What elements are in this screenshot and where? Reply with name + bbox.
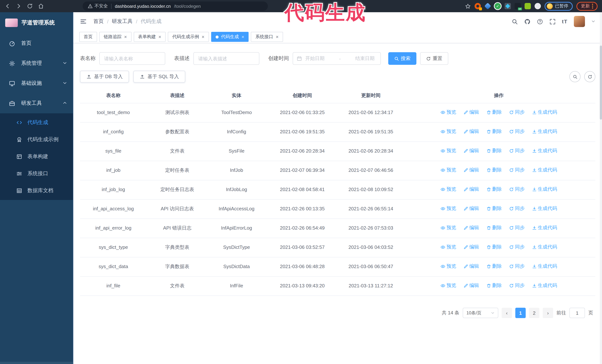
search-button[interactable]: 搜索 (388, 52, 416, 65)
extension-icon[interactable] (505, 3, 511, 9)
page-button-1[interactable]: 1 (515, 308, 526, 318)
reset-button[interactable]: 重置 (420, 52, 448, 65)
address-bar[interactable]: 不安全 dashboard.yudao.iocoder.cn/tool/code… (83, 1, 268, 11)
delete-link[interactable]: 删除 (486, 185, 502, 193)
delete-link[interactable]: 删除 (486, 281, 502, 290)
preview-link[interactable]: 预览 (441, 243, 456, 251)
bookmark-star-icon[interactable] (465, 3, 471, 9)
search-icon[interactable] (512, 18, 518, 25)
edit-link[interactable]: 编辑 (463, 243, 479, 251)
table-name-input[interactable] (99, 52, 165, 65)
page-button-2[interactable]: 2 (529, 308, 539, 318)
sync-link[interactable]: 同步 (509, 204, 525, 213)
sync-link[interactable]: 同步 (509, 262, 525, 270)
sync-link[interactable]: 同步 (509, 243, 525, 251)
generate-code-link[interactable]: 生成代码 (532, 108, 557, 116)
show-search-button[interactable] (570, 71, 580, 82)
date-range-picker[interactable]: 开始日期 - 结束日期 (293, 52, 381, 65)
extension-icon[interactable] (525, 3, 531, 9)
delete-link[interactable]: 删除 (486, 262, 502, 270)
breadcrumb-item[interactable]: 首页 (93, 18, 104, 25)
delete-link[interactable]: 删除 (486, 127, 502, 135)
tab-form-builder[interactable]: 表单构建 × (134, 32, 166, 42)
generate-code-link[interactable]: 生成代码 (532, 224, 557, 232)
edit-link[interactable]: 编辑 (463, 262, 479, 270)
app-logo[interactable]: 芋道管理系统 (0, 12, 73, 33)
sidebar-item-codegen[interactable]: 代码生成 (0, 114, 73, 131)
preview-link[interactable]: 预览 (441, 262, 456, 270)
browser-back-icon[interactable] (4, 3, 11, 9)
delete-link[interactable]: 删除 (486, 147, 502, 155)
preview-link[interactable]: 预览 (441, 127, 456, 135)
delete-link[interactable]: 删除 (486, 224, 502, 232)
preview-link[interactable]: 预览 (441, 185, 456, 193)
browser-reload-icon[interactable] (27, 3, 33, 9)
close-icon[interactable]: × (242, 34, 244, 39)
tab-trace[interactable]: 链路追踪 × (99, 32, 131, 42)
edit-link[interactable]: 编辑 (463, 185, 479, 193)
sync-link[interactable]: 同步 (509, 147, 525, 155)
sync-link[interactable]: 同步 (509, 224, 525, 232)
generate-code-link[interactable]: 生成代码 (532, 281, 557, 290)
edit-link[interactable]: 编辑 (463, 204, 479, 213)
user-avatar[interactable] (574, 16, 585, 27)
help-icon[interactable] (537, 18, 543, 25)
delete-link[interactable]: 删除 (486, 204, 502, 213)
extension-icon[interactable] (484, 3, 491, 10)
browser-forward-icon[interactable] (16, 3, 22, 9)
edit-link[interactable]: 编辑 (463, 108, 479, 116)
sync-link[interactable]: 同步 (509, 108, 525, 116)
delete-link[interactable]: 删除 (486, 243, 502, 251)
sidebar-item-system-api[interactable]: 系统接口 (0, 165, 73, 182)
tab-codegen-example[interactable]: 代码生成示例 × (168, 32, 209, 42)
preview-link[interactable]: 预览 (441, 147, 456, 155)
close-icon[interactable]: × (276, 34, 279, 39)
fullscreen-icon[interactable] (549, 18, 556, 25)
extension-icon[interactable]: ✓ (494, 3, 501, 9)
extensions-puzzle-icon[interactable] (535, 3, 541, 9)
generate-code-link[interactable]: 生成代码 (532, 166, 557, 174)
tab-home[interactable]: 首页 (79, 32, 97, 42)
sidebar-item-codegen-example[interactable]: 代码生成示例 (0, 131, 73, 148)
sidebar-item-infrastructure[interactable]: 基础设施 (0, 73, 73, 93)
hamburger-icon[interactable] (80, 18, 87, 25)
preview-link[interactable]: 预览 (441, 224, 456, 232)
sidebar-item-home[interactable]: 首页 (0, 33, 73, 53)
sync-link[interactable]: 同步 (509, 127, 525, 135)
github-icon[interactable] (524, 18, 530, 25)
breadcrumb-item[interactable]: 研发工具 (112, 18, 133, 25)
generate-code-link[interactable]: 生成代码 (532, 204, 557, 213)
edit-link[interactable]: 编辑 (463, 224, 479, 232)
sidebar-item-form-builder[interactable]: 表单构建 (0, 148, 73, 165)
goto-page-input[interactable] (570, 308, 585, 318)
close-icon[interactable]: × (124, 34, 127, 39)
caret-down-icon[interactable] (591, 18, 595, 25)
generate-code-link[interactable]: 生成代码 (532, 243, 557, 251)
sync-link[interactable]: 同步 (509, 185, 525, 193)
next-page-button[interactable]: › (543, 308, 553, 318)
preview-link[interactable]: 预览 (441, 204, 456, 213)
security-warning[interactable]: 不安全 (88, 3, 108, 9)
table-desc-input[interactable] (194, 52, 259, 65)
edit-link[interactable]: 编辑 (463, 127, 479, 135)
browser-update-button[interactable]: 更新 (576, 2, 598, 10)
sync-link[interactable]: 同步 (509, 166, 525, 174)
page-size-select[interactable]: 10条/页 (463, 308, 498, 318)
sidebar-item-db-doc[interactable]: 数据库文档 (0, 182, 73, 199)
tab-system-api[interactable]: 系统接口 × (251, 32, 283, 42)
delete-link[interactable]: 删除 (486, 108, 502, 116)
generate-code-link[interactable]: 生成代码 (532, 127, 557, 135)
profile-paused-chip[interactable]: 已暂停 (545, 2, 573, 10)
close-icon[interactable]: × (202, 34, 204, 39)
preview-link[interactable]: 预览 (441, 281, 456, 290)
preview-link[interactable]: 预览 (441, 108, 456, 116)
sidebar-item-dev-tools[interactable]: 研发工具 (0, 93, 73, 113)
page-scrollbar[interactable] (600, 12, 602, 364)
text-size-icon[interactable]: tT (562, 19, 568, 24)
scrollbar-thumb[interactable] (600, 46, 602, 120)
sync-link[interactable]: 同步 (509, 281, 525, 290)
prev-page-button[interactable]: ‹ (502, 308, 512, 318)
more-menu-icon[interactable] (592, 4, 593, 9)
refresh-table-button[interactable] (584, 71, 595, 82)
close-icon[interactable]: × (158, 34, 161, 39)
